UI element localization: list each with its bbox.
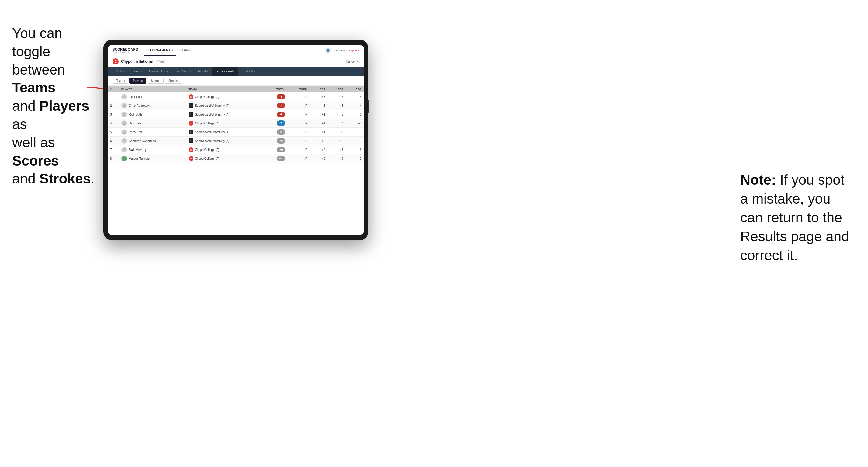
nav-right: 👤 Test User | Sign out: [325, 48, 359, 54]
cell-rd2: -6: [328, 92, 346, 101]
cell-player: Elliot Ebert: [119, 92, 186, 101]
sub-tab-scores[interactable]: Scores: [148, 78, 164, 84]
cell-total: +9: [264, 146, 288, 154]
player-avatar: [121, 103, 127, 108]
col-rank: #: [108, 86, 119, 92]
team-name: Clippd College [A]: [195, 148, 219, 152]
tab-teams[interactable]: Teams: [129, 67, 146, 76]
sub-tab-players[interactable]: Players: [129, 78, 146, 84]
player-name: Cameron Robertson: [129, 139, 156, 143]
player-avatar: 🌿: [121, 156, 127, 161]
cell-rank: 5: [108, 128, 119, 136]
sub-tab-bar: Teams Players Scores Strokes: [108, 76, 364, 86]
cell-rd3: -1: [346, 136, 364, 146]
cell-total: +11: [264, 154, 288, 163]
cell-rank: 1: [108, 92, 119, 101]
cell-thru: F: [288, 119, 310, 128]
leaderboard-table: # PLAYER TEAM TOTAL THRU RD1 RD2 RD3 1El…: [108, 86, 364, 163]
cell-rd2: +2: [328, 136, 346, 146]
player-name: Chris Robertson: [129, 104, 151, 107]
cell-rank: 2: [108, 101, 119, 110]
col-thru: THRU: [288, 86, 310, 92]
col-player: PLAYER: [119, 86, 186, 92]
table-row: 7Blair McHargCClippd College [A]+9F+2+1+…: [108, 146, 364, 154]
avatar: 👤: [325, 48, 331, 54]
tab-bar: Details Teams Course Setup Tee Groups Re…: [108, 67, 364, 76]
col-total: TOTAL: [264, 86, 288, 92]
tab-course-setup[interactable]: Course Setup: [146, 67, 171, 76]
tournament-header: C Clippd Invitational (Men) Cancel ✕: [108, 56, 364, 67]
scores-bold: Scores: [12, 153, 59, 168]
team-logo: ≡: [189, 130, 193, 134]
table-row: 3Rich Butler≡Scoreboard University [A]-2…: [108, 110, 364, 119]
team-logo: C: [189, 156, 193, 161]
score-badge: +1: [277, 129, 285, 135]
cell-rd2: -4: [328, 119, 346, 128]
nav-links: TOURNAMENTS TEAMS: [144, 45, 325, 56]
cell-thru: F: [288, 154, 310, 163]
player-name: Rees Britt: [129, 130, 142, 134]
right-annotation: Note: If you spot a mistake, you can ret…: [740, 170, 856, 265]
cell-rd3: +2: [346, 154, 364, 163]
cell-rd1: +3: [310, 92, 328, 101]
cell-team: CClippd College [A]: [186, 146, 264, 154]
nav-teams[interactable]: TEAMS: [176, 45, 194, 56]
nav-signout[interactable]: Sign out: [349, 49, 359, 52]
score-badge: -8: [277, 94, 285, 99]
player-name: David Ford: [129, 122, 144, 125]
cell-thru: F: [288, 136, 310, 146]
cell-rd2: -2: [328, 110, 346, 119]
nav-user: Test User |: [334, 49, 346, 52]
cell-player: Chris Robertson: [119, 101, 186, 110]
cell-rank: 7: [108, 146, 119, 154]
svg-point-6: [123, 139, 125, 141]
team-name: Scoreboard University [A]: [195, 113, 229, 116]
player-avatar: [121, 112, 127, 117]
team-name: Scoreboard University [A]: [195, 139, 229, 143]
cell-total: -8: [264, 92, 288, 101]
cell-total: +1: [264, 128, 288, 136]
cancel-button[interactable]: Cancel ✕: [346, 60, 359, 63]
team-logo: ≡: [189, 138, 193, 143]
ipad-side-button: [368, 100, 369, 113]
col-rd2: RD2: [328, 86, 346, 92]
team-name: Scoreboard University [A]: [195, 104, 229, 107]
cell-total: -4: [264, 101, 288, 110]
cell-rd1: +1: [310, 119, 328, 128]
player-avatar: [121, 138, 127, 144]
tournament-logo: C: [113, 58, 119, 64]
team-logo: C: [189, 121, 193, 126]
player-avatar: [121, 129, 127, 135]
cell-rank: 3: [108, 110, 119, 119]
player-avatar: [121, 94, 127, 99]
score-badge: -4: [277, 103, 285, 108]
cell-rd3: E: [346, 128, 364, 136]
tab-details[interactable]: Details: [113, 67, 129, 76]
cell-rd1: -5: [310, 101, 328, 110]
cell-team: CClippd College [A]: [186, 119, 264, 128]
teams-bold: Teams: [12, 80, 55, 96]
tab-leaderboards[interactable]: Leaderboards: [212, 67, 238, 76]
nav-tournaments[interactable]: TOURNAMENTS: [144, 45, 176, 56]
tab-printables[interactable]: Printables: [238, 67, 258, 76]
table-row: 2Chris Robertson≡Scoreboard University […: [108, 101, 364, 110]
cell-rd3: -4: [346, 101, 364, 110]
sub-tab-strokes[interactable]: Strokes: [165, 78, 182, 84]
cell-rd1: +2: [310, 154, 328, 163]
team-logo: C: [189, 147, 193, 152]
sub-tab-teams[interactable]: Teams: [113, 78, 128, 84]
cell-rd3: +6: [346, 146, 364, 154]
score-badge: +9: [277, 147, 285, 152]
tab-tee-groups[interactable]: Tee Groups: [171, 67, 194, 76]
team-name: Clippd College [A]: [195, 122, 219, 125]
top-nav: SCOREBOARD Powered by clippd TOURNAMENTS…: [108, 45, 364, 56]
table-row: 1Elliot EbertCClippd College [A]-8F+3-6-…: [108, 92, 364, 101]
logo-sub: Powered by clippd: [113, 51, 138, 53]
table-body: 1Elliot EbertCClippd College [A]-8F+3-6-…: [108, 92, 364, 163]
tab-results[interactable]: Results: [194, 67, 212, 76]
score-badge: +11: [277, 156, 285, 161]
cell-player: David Ford: [119, 119, 186, 128]
player-avatar: [121, 147, 127, 152]
team-name: Clippd College [A]: [195, 95, 219, 99]
cell-rd2: +1: [328, 146, 346, 154]
